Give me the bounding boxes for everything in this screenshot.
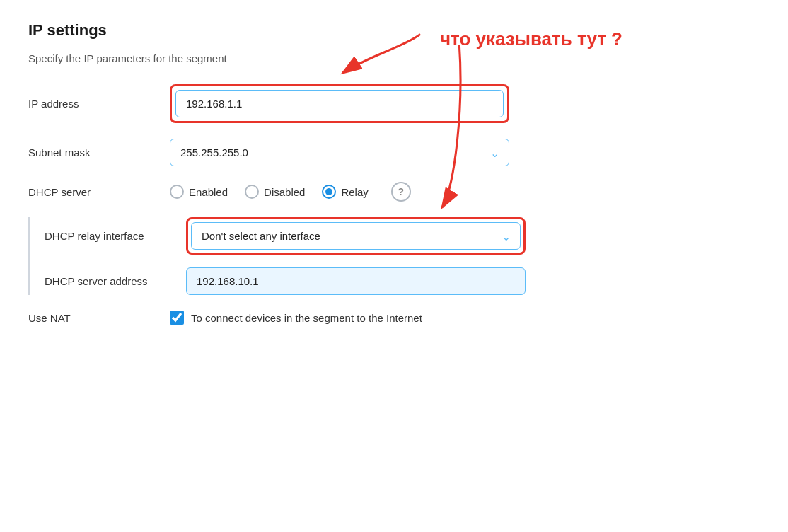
subtitle: Specify the IP parameters for the segmen… — [28, 52, 665, 64]
dhcp-relay-interface-select[interactable]: Don't select any interface WAN LAN — [191, 222, 521, 250]
radio-disabled[interactable]: Disabled — [245, 185, 305, 199]
use-nat-row: Use NAT To connect devices in the segmen… — [28, 311, 665, 325]
ip-address-input[interactable] — [175, 90, 504, 117]
dhcp-relay-interface-select-wrap: Don't select any interface WAN LAN ⌄ — [191, 222, 521, 250]
radio-enabled[interactable]: Enabled — [170, 185, 228, 199]
radio-enabled-label: Enabled — [189, 186, 228, 198]
use-nat-label: Use NAT — [28, 312, 170, 324]
subnet-mask-label: Subnet mask — [28, 146, 170, 158]
dhcp-relay-interface-row: DHCP relay interface Don't select any in… — [45, 217, 665, 255]
radio-relay-input[interactable] — [322, 185, 336, 199]
dhcp-server-address-label: DHCP server address — [45, 275, 186, 287]
help-button[interactable]: ? — [391, 182, 411, 202]
dhcp-server-address-row: DHCP server address — [45, 267, 665, 295]
dhcp-server-address-input[interactable] — [186, 267, 526, 295]
subnet-mask-row: Subnet mask 255.255.255.0 255.255.0.0 25… — [28, 139, 665, 166]
radio-disabled-label: Disabled — [264, 186, 305, 198]
radio-enabled-input[interactable] — [170, 185, 184, 199]
subnet-mask-select[interactable]: 255.255.255.0 255.255.0.0 255.0.0.0 — [170, 139, 509, 166]
dhcp-server-row: DHCP server Enabled Disabled Relay ? — [28, 182, 665, 202]
ip-address-label: IP address — [28, 98, 170, 110]
use-nat-checkbox-label: To connect devices in the segment to the… — [191, 312, 422, 324]
subnet-mask-select-wrap: 255.255.255.0 255.255.0.0 255.0.0.0 ⌄ — [170, 139, 509, 166]
dhcp-relay-interface-label: DHCP relay interface — [45, 230, 186, 242]
use-nat-checkbox-row: To connect devices in the segment to the… — [170, 311, 422, 325]
dhcp-server-label: DHCP server — [28, 186, 170, 198]
annotation-text: что указывать тут ? — [440, 28, 622, 50]
radio-relay[interactable]: Relay — [322, 185, 368, 199]
dhcp-server-radio-group: Enabled Disabled Relay ? — [170, 182, 411, 202]
radio-relay-label: Relay — [341, 186, 368, 198]
relay-section: DHCP relay interface Don't select any in… — [28, 217, 665, 295]
ip-address-row: IP address — [28, 84, 665, 123]
use-nat-checkbox[interactable] — [170, 311, 184, 325]
radio-disabled-input[interactable] — [245, 185, 259, 199]
